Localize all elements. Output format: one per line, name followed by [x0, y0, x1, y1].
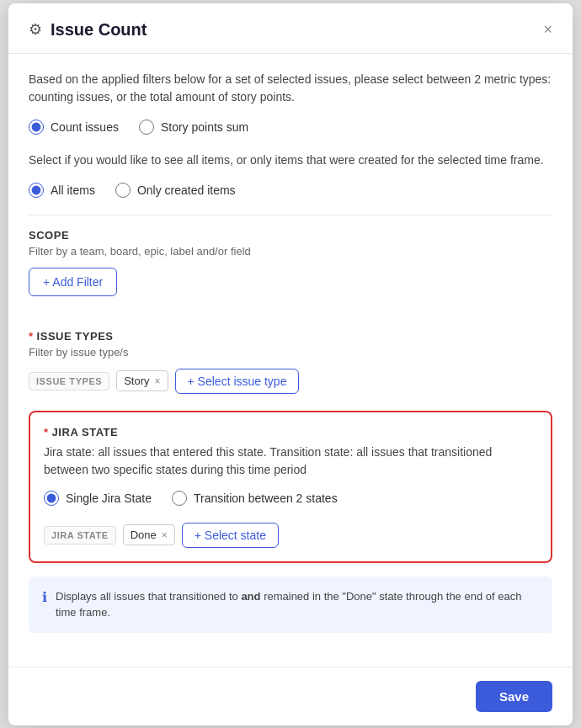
item-type-group: All items Only created items — [29, 183, 552, 198]
add-filter-button[interactable]: + Add Filter — [29, 268, 117, 296]
jira-state-prefix: JIRA STATE — [44, 526, 116, 545]
info-icon: ℹ — [42, 589, 47, 605]
only-created-radio[interactable] — [115, 183, 131, 198]
info-text-before: Displays all issues that transitioned to — [56, 590, 241, 603]
single-jira-state-radio[interactable] — [44, 491, 59, 506]
only-created-option[interactable]: Only created items — [115, 183, 236, 198]
info-box: ℹ Displays all issues that transitioned … — [29, 577, 552, 633]
jira-state-required: * — [44, 426, 49, 438]
scope-section: SCOPE Filter by a team, board, epic, lab… — [29, 229, 552, 313]
transition-label: Transition between 2 states — [194, 492, 338, 505]
issue-types-tag-story: Story × — [116, 370, 168, 391]
issue-types-section: *ISSUE TYPES Filter by issue type/s ISSU… — [29, 330, 552, 394]
issue-types-label: *ISSUE TYPES — [29, 330, 552, 343]
story-tag-close[interactable]: × — [155, 375, 161, 387]
single-jira-state-label: Single Jira State — [66, 492, 152, 505]
main-description: Based on the applied filters below for a… — [29, 71, 552, 106]
jira-state-tags-row: JIRA STATE Done × + Select state — [44, 523, 537, 548]
select-issue-type-button[interactable]: + Select issue type — [175, 369, 300, 394]
single-jira-state-option[interactable]: Single Jira State — [44, 491, 152, 506]
issue-types-tags-row: ISSUE TYPES Story × + Select issue type — [29, 369, 552, 394]
metric-type-group: Count issues Story points sum — [29, 120, 552, 135]
all-items-label: All items — [51, 183, 95, 197]
count-issues-label: Count issues — [51, 120, 119, 134]
divider-1 — [29, 215, 552, 215]
jira-state-section: *JIRA STATE Jira state: all issues that … — [29, 411, 552, 563]
story-points-label: Story points sum — [161, 120, 248, 134]
all-items-option[interactable]: All items — [29, 183, 95, 198]
gear-icon: ⚙ — [29, 20, 42, 39]
close-button[interactable]: × — [543, 22, 552, 37]
done-tag-close[interactable]: × — [162, 529, 168, 541]
story-points-option[interactable]: Story points sum — [139, 120, 248, 135]
transition-radio[interactable] — [172, 491, 187, 506]
issue-types-sublabel: Filter by issue type/s — [29, 346, 552, 359]
modal-body: Based on the applied filters below for a… — [8, 54, 573, 667]
modal-title: Issue Count — [51, 20, 147, 40]
jira-state-label: *JIRA STATE — [44, 426, 537, 438]
save-button[interactable]: Save — [476, 681, 552, 712]
scope-sublabel: Filter by a team, board, epic, label and… — [29, 245, 552, 258]
modal-footer: Save — [8, 667, 573, 725]
issue-types-required: * — [29, 330, 34, 343]
items-description: Select if you would like to see all item… — [29, 151, 552, 169]
count-issues-option[interactable]: Count issues — [29, 120, 119, 135]
modal-container: ⚙ Issue Count × Based on the applied fil… — [8, 3, 573, 725]
jira-state-description: Jira state: all issues that entered this… — [44, 444, 537, 479]
issue-types-prefix: ISSUE TYPES — [29, 372, 109, 391]
info-text: Displays all issues that transitioned to… — [56, 588, 539, 621]
story-tag-label: Story — [124, 375, 149, 387]
jira-state-radio-group: Single Jira State Transition between 2 s… — [44, 491, 537, 506]
info-text-bold: and — [241, 590, 260, 603]
only-created-label: Only created items — [137, 183, 236, 197]
transition-option[interactable]: Transition between 2 states — [172, 491, 338, 506]
done-tag-label: Done — [131, 529, 157, 541]
select-state-button[interactable]: + Select state — [182, 523, 279, 548]
count-issues-radio[interactable] — [29, 120, 44, 135]
modal-header: ⚙ Issue Count × — [8, 3, 573, 54]
all-items-radio[interactable] — [29, 183, 44, 198]
jira-state-tag-done: Done × — [123, 524, 175, 545]
story-points-radio[interactable] — [139, 120, 154, 135]
scope-label: SCOPE — [29, 229, 552, 242]
